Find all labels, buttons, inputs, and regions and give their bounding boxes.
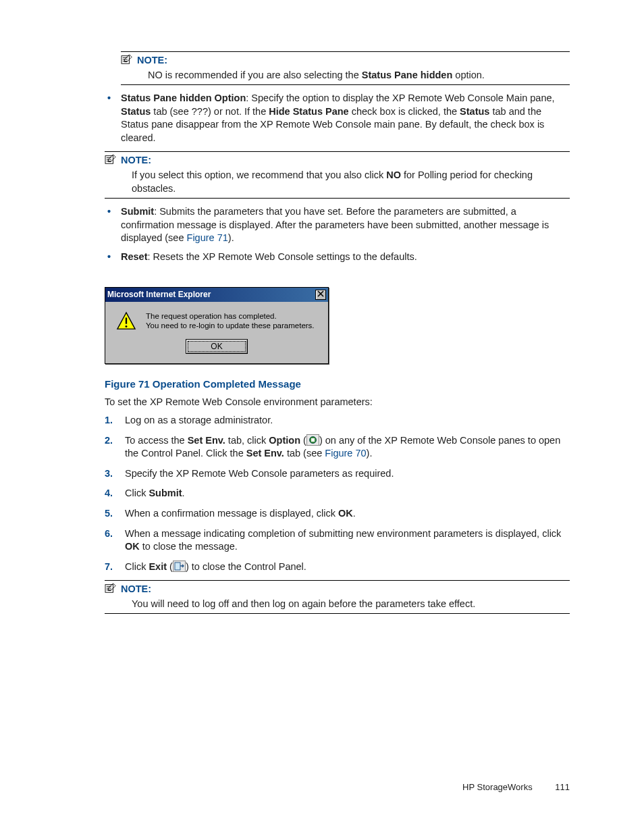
exit-icon xyxy=(173,561,186,572)
svg-rect-14 xyxy=(311,438,315,442)
note-block-1: NOTE: NO is recommended if you are also … xyxy=(105,51,570,85)
svg-rect-15 xyxy=(175,563,180,570)
note2-text-pre: If you select this option, we recommend … xyxy=(132,170,386,180)
close-icon xyxy=(317,290,324,297)
page-footer: HP StorageWorks 111 xyxy=(462,781,570,793)
note-pencil-icon xyxy=(105,583,117,594)
step-7: Click Exit () to close the Control Panel… xyxy=(105,561,570,574)
dialog-title-text: Microsoft Internet Explorer xyxy=(107,289,211,300)
footer-title: HP StorageWorks xyxy=(462,782,533,792)
note-pencil-icon xyxy=(121,54,133,65)
dialog-ok-button[interactable]: OK xyxy=(186,339,248,354)
note-block-3: NOTE: You will need to log off and then … xyxy=(105,580,570,614)
note-pencil-icon xyxy=(105,154,117,165)
dialog-close-button[interactable] xyxy=(315,290,326,300)
note-block-2: NOTE: If you select this option, we reco… xyxy=(105,151,570,199)
step-3: Specify the XP Remote Web Console parame… xyxy=(105,467,570,481)
step-2: To access the Set Env. tab, click Option… xyxy=(105,434,570,461)
figure-caption: Figure 71 Operation Completed Message xyxy=(105,377,570,391)
bullet-submit: Submit: Submits the parameters that you … xyxy=(105,205,570,245)
dialog-titlebar: Microsoft Internet Explorer xyxy=(105,288,328,301)
figure-70-link[interactable]: Figure 70 xyxy=(325,448,366,459)
ie-dialog: Microsoft Internet Explorer The request … xyxy=(105,287,329,364)
bullet-list-a: Status Pane hidden Option: Specify the o… xyxy=(105,92,570,145)
note-label: NOTE: xyxy=(121,154,151,167)
step-6: When a message indicating completion of … xyxy=(105,527,570,554)
dialog-message: The request operation has completed. You… xyxy=(146,311,315,332)
warning-icon xyxy=(116,311,136,330)
step-5: When a confirmation message is displayed… xyxy=(105,507,570,521)
option-icon xyxy=(306,434,319,446)
note1-text-post: option. xyxy=(452,70,485,80)
footer-page-number: 111 xyxy=(555,782,570,792)
intro-text: To set the XP Remote Web Console environ… xyxy=(105,396,570,409)
note2-bold: NO xyxy=(386,170,401,180)
note-label: NOTE: xyxy=(121,583,151,596)
step-4: Click Submit. xyxy=(105,487,570,500)
bullet-status-pane-hidden: Status Pane hidden Option: Specify the o… xyxy=(105,92,570,145)
note3-text: You will need to log off and then log on… xyxy=(132,598,475,609)
step-1: Log on as a storage administrator. xyxy=(105,414,570,427)
figure-71-link[interactable]: Figure 71 xyxy=(187,232,228,243)
note1-text-pre: NO is recommended if you are also select… xyxy=(148,70,362,80)
svg-point-12 xyxy=(126,325,128,327)
svg-rect-16 xyxy=(105,585,113,593)
note1-bold: Status Pane hidden xyxy=(362,70,453,80)
bullet-reset: Reset: Resets the XP Remote Web Console … xyxy=(105,251,570,264)
note-label: NOTE: xyxy=(137,54,167,68)
svg-rect-4 xyxy=(105,156,113,164)
steps-list: Log on as a storage administrator. To ac… xyxy=(105,414,570,573)
bullet-list-b: Submit: Submits the parameters that you … xyxy=(105,205,570,263)
